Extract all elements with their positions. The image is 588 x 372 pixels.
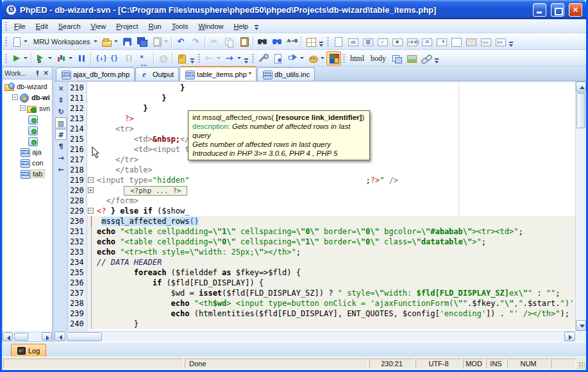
pin-icon[interactable] (35, 70, 40, 77)
scroll-down-icon[interactable] (576, 320, 586, 331)
tree-expander-icon[interactable]: − (20, 105, 26, 111)
deploy-button[interactable] (285, 51, 306, 65)
menu-help[interactable]: Help (229, 21, 254, 32)
insert-link-button[interactable] (419, 51, 433, 65)
workspace-hscrollbar[interactable] (3, 332, 52, 341)
menu-window[interactable]: Window (193, 21, 228, 32)
color-picker-button[interactable] (326, 51, 341, 65)
toolbar-grip[interactable] (4, 36, 8, 47)
tree-item-php-file[interactable] (3, 135, 52, 146)
toolbar-overflow-button[interactable] (243, 53, 250, 66)
scroll-thumb[interactable] (14, 333, 28, 341)
step-over-button[interactable] (108, 51, 122, 65)
scroll-right-icon[interactable] (564, 332, 575, 341)
navigate-back-button[interactable] (202, 51, 223, 65)
editor-vscrollbar[interactable] (575, 81, 586, 331)
toolbar-overflow-button[interactable] (189, 53, 196, 66)
stop-button[interactable] (156, 51, 171, 65)
log-tab[interactable]: Log (11, 344, 46, 357)
listbox-button[interactable] (419, 35, 434, 49)
close-file-icon[interactable]: ✕ (55, 83, 67, 94)
insert-image-button[interactable] (404, 51, 419, 65)
gutter-toggle-icon[interactable]: ▥ (55, 117, 67, 128)
textarea-button[interactable] (449, 35, 464, 49)
toolbar-grip[interactable] (342, 53, 346, 64)
fold-marker-icon[interactable]: − (88, 177, 94, 183)
tab-db-utils-inc[interactable]: db_utils.inc (257, 67, 315, 81)
submit-control-button[interactable] (478, 35, 493, 49)
tree-item-tab[interactable]: tab (3, 168, 52, 179)
settings-button[interactable] (256, 51, 271, 65)
tree-item-php-file[interactable] (3, 124, 52, 135)
scroll-left-icon[interactable] (3, 332, 13, 341)
clone-window-button[interactable] (389, 51, 404, 65)
scroll-thumb[interactable] (67, 332, 102, 341)
collapsed-fold-box[interactable]: <?php ... ?> (124, 186, 187, 196)
highlight-table-button[interactable] (303, 35, 318, 49)
push-button-button[interactable] (464, 35, 478, 49)
menu-edit[interactable]: Edit (31, 21, 53, 32)
paste-special-button[interactable] (149, 35, 170, 49)
close-button[interactable]: × (569, 3, 582, 17)
undo-button[interactable] (174, 35, 189, 49)
menu-view[interactable]: View (86, 21, 112, 32)
tree-item-db-wi[interactable]: −db-wi (3, 92, 52, 103)
run-button[interactable] (9, 51, 29, 65)
tree-item-php-file[interactable] (3, 114, 52, 124)
mru-workspaces-button[interactable]: MRU Workspaces (29, 35, 99, 49)
step-out-button[interactable] (122, 51, 137, 65)
radio-control-button[interactable] (390, 35, 405, 49)
toolbar-overflow-button[interactable] (433, 53, 441, 66)
grid-control-button[interactable] (360, 35, 375, 49)
menu-overflow-button[interactable] (253, 20, 260, 33)
text-field-button[interactable] (346, 35, 360, 49)
toolbar-grip[interactable] (4, 53, 8, 64)
toolbar-overflow-button[interactable] (318, 37, 325, 49)
sync-view-icon[interactable]: ↻ (55, 106, 67, 117)
resize-grip[interactable] (576, 359, 585, 369)
checkbox-button[interactable] (375, 35, 390, 49)
tab-Output[interactable]: Output (135, 67, 179, 81)
form-document-button[interactable] (331, 35, 346, 49)
step-into-button[interactable] (93, 51, 108, 65)
toolbar-grip[interactable] (251, 53, 255, 64)
scroll-thumb[interactable] (576, 93, 585, 128)
tab-ajax-db-form-php[interactable]: ajax_db_form.php (56, 67, 135, 81)
find-in-files-button[interactable] (270, 35, 285, 49)
editor-hscrollbar[interactable] (55, 331, 575, 342)
menu-search[interactable]: Search (53, 21, 86, 32)
tree-item-db-wizard[interactable]: db-wizard (3, 81, 52, 92)
run-debugger-button[interactable] (33, 51, 54, 65)
tree-item-svn[interactable]: −svn (3, 103, 52, 114)
save-all-button[interactable] (135, 35, 149, 49)
paste-button[interactable] (237, 35, 251, 49)
tree-item-aja[interactable]: aja (3, 146, 52, 157)
unindent-icon[interactable]: ← (55, 164, 67, 174)
menu-tools[interactable]: Tools (167, 21, 194, 32)
copy-button[interactable] (222, 35, 237, 49)
run-to-cursor-button[interactable] (137, 51, 152, 65)
indent-icon[interactable]: → (55, 152, 67, 163)
toolbar-grip[interactable] (326, 36, 330, 47)
scroll-left-icon[interactable] (55, 332, 65, 341)
menu-run[interactable]: Run (144, 21, 167, 32)
new-file-button[interactable] (9, 35, 29, 49)
tree-item-con[interactable]: con (3, 157, 52, 168)
split-editor-icon[interactable]: ⇕ (55, 94, 67, 105)
scroll-right-icon[interactable] (42, 332, 52, 341)
reset-control-button[interactable] (493, 35, 508, 49)
show-paragraphs-icon[interactable]: ¶ (55, 140, 67, 151)
code-templates-button[interactable] (306, 51, 326, 65)
body-tag-button[interactable]: body (367, 51, 389, 65)
scroll-up-icon[interactable] (576, 81, 586, 92)
find-button[interactable] (255, 35, 270, 49)
open-file-button[interactable] (99, 35, 120, 49)
workspace-close-icon[interactable]: × (42, 68, 50, 78)
html-tag-button[interactable]: html (347, 51, 367, 65)
sized-field-button[interactable] (405, 35, 419, 49)
line-numbers-icon[interactable]: # (55, 129, 67, 140)
cut-button[interactable] (207, 35, 222, 49)
menu-project[interactable]: Project (111, 21, 143, 32)
combobox-button[interactable] (434, 35, 449, 49)
pause-button[interactable] (74, 51, 89, 65)
